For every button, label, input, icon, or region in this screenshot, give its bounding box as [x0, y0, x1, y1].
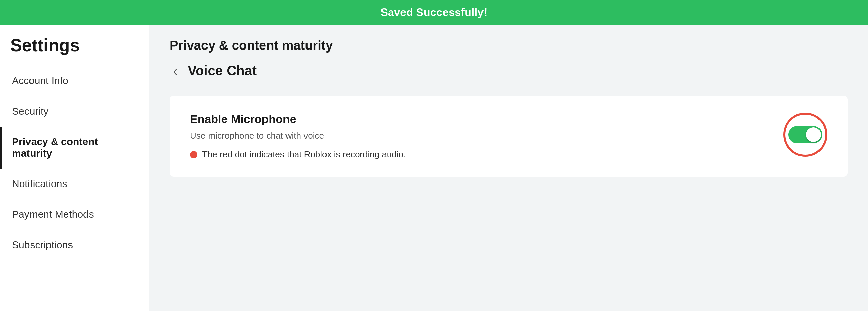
recording-indicator-icon — [190, 151, 197, 158]
voice-chat-header: ‹ Voice Chat — [170, 63, 848, 85]
toggle-container — [783, 113, 827, 157]
success-banner: Saved Successfully! — [0, 0, 868, 25]
microphone-warning: The red dot indicates that Roblox is rec… — [190, 149, 770, 160]
microphone-title: Enable Microphone — [190, 113, 770, 126]
toggle-ring — [783, 113, 827, 157]
sidebar-item-label: Notifications — [12, 178, 67, 190]
microphone-toggle[interactable] — [788, 126, 822, 143]
success-banner-text: Saved Successfully! — [380, 6, 487, 18]
sidebar-item-label: Payment Methods — [12, 209, 94, 220]
sidebar-item-subscriptions[interactable]: Subscriptions — [0, 230, 149, 260]
main-layout: Settings Account Info Security Privacy &… — [0, 25, 868, 311]
toggle-knob — [806, 127, 821, 142]
content-section-title: Privacy & content maturity — [170, 38, 848, 53]
sidebar-item-label: Security — [12, 105, 48, 117]
sidebar-item-label: Subscriptions — [12, 239, 73, 251]
sidebar-item-notifications[interactable]: Notifications — [0, 169, 149, 199]
microphone-description: Use microphone to chat with voice — [190, 131, 770, 141]
sidebar-item-payment-methods[interactable]: Payment Methods — [0, 199, 149, 230]
microphone-warning-text: The red dot indicates that Roblox is rec… — [202, 149, 406, 160]
microphone-info: Enable Microphone Use microphone to chat… — [190, 113, 770, 160]
sidebar-item-label: Privacy & content maturity — [12, 136, 139, 159]
content-area: Privacy & content maturity ‹ Voice Chat … — [149, 25, 868, 311]
sidebar: Settings Account Info Security Privacy &… — [0, 25, 149, 311]
voice-chat-title: Voice Chat — [188, 63, 257, 78]
sidebar-item-privacy-content[interactable]: Privacy & content maturity — [0, 127, 149, 169]
microphone-section: Enable Microphone Use microphone to chat… — [170, 96, 848, 177]
sidebar-item-security[interactable]: Security — [0, 96, 149, 127]
sidebar-navigation: Account Info Security Privacy & content … — [0, 65, 149, 260]
sidebar-title: Settings — [0, 28, 149, 65]
sidebar-item-account-info[interactable]: Account Info — [0, 65, 149, 96]
back-button[interactable]: ‹ — [170, 64, 181, 78]
sidebar-item-label: Account Info — [12, 75, 68, 86]
